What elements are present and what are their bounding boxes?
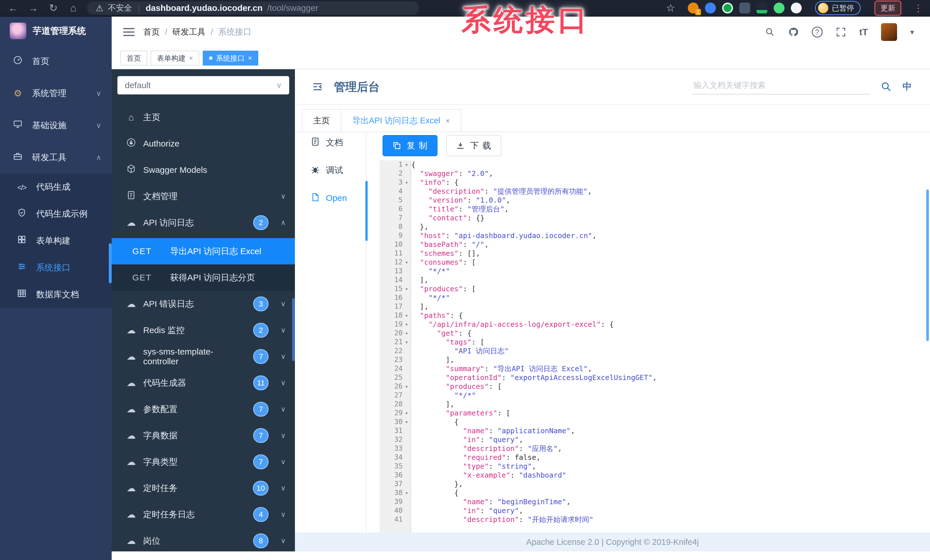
extension-icon[interactable] bbox=[705, 3, 716, 14]
sidebar-subitem-代码生成[interactable]: </>代码生成 bbox=[0, 173, 112, 200]
browser-menu-icon[interactable]: ⋮ bbox=[913, 2, 923, 14]
sidebar-subitem-代码生成示例[interactable]: 代码生成示例 bbox=[0, 200, 112, 227]
api-group-Redis 监控[interactable]: ☁Redis 监控2∨ bbox=[112, 317, 295, 344]
sidebar-scrollbar[interactable] bbox=[109, 243, 112, 283]
address-bar[interactable]: ⚠ 不安全 | dashboard.yudao.iocoder.cn /tool… bbox=[87, 2, 419, 15]
close-icon[interactable]: × bbox=[189, 54, 193, 62]
group-select[interactable]: default ∨ bbox=[117, 76, 289, 94]
api-group-API 错误日志[interactable]: ☁API 错误日志3∨ bbox=[112, 291, 295, 317]
avatar[interactable] bbox=[881, 23, 897, 41]
swagger-menu-API 访问日志[interactable]: ☁API 访问日志2∧ bbox=[112, 209, 295, 236]
doc-search-input[interactable] bbox=[692, 79, 870, 95]
swagger-sidebar: default ∨ ⌂主页AuthorizeSwagger Models文档管理… bbox=[112, 69, 295, 551]
extension-icon[interactable] bbox=[774, 3, 785, 14]
github-icon[interactable] bbox=[788, 27, 799, 37]
cloud-icon: ☁ bbox=[125, 298, 137, 309]
form-icon bbox=[16, 235, 28, 247]
bookmark-star-icon[interactable]: ☆ bbox=[666, 2, 675, 14]
gutter-line: 30▾ bbox=[380, 417, 411, 427]
line-number: 1 bbox=[399, 160, 403, 169]
extension-icon[interactable]: 1 bbox=[688, 3, 699, 14]
fold-icon[interactable]: ▾ bbox=[403, 409, 411, 417]
font-size-icon[interactable]: tT bbox=[859, 27, 868, 37]
tag-系统接口[interactable]: 系统接口× bbox=[203, 51, 258, 66]
back-icon[interactable]: ← bbox=[7, 3, 20, 13]
api-group-定时任务[interactable]: ☁定时任务10∨ bbox=[112, 475, 295, 501]
fold-icon[interactable]: ▾ bbox=[403, 382, 411, 391]
fullscreen-icon[interactable] bbox=[836, 27, 846, 37]
doc-menu-Open[interactable]: Open bbox=[295, 189, 366, 207]
api-group-参数配置[interactable]: ☁参数配置7∨ bbox=[112, 396, 295, 422]
sidebar-subitem-label: 系统接口 bbox=[36, 262, 71, 273]
sidebar-item-系统管理[interactable]: ⚙系统管理∨ bbox=[0, 77, 112, 109]
fold-icon[interactable]: ▾ bbox=[403, 338, 411, 347]
api-group-定时任务日志[interactable]: ☁定时任务日志4∨ bbox=[112, 501, 295, 528]
swagger-menu-文档管理[interactable]: 文档管理∨ bbox=[112, 183, 295, 209]
code-line: "*/*" bbox=[411, 267, 930, 276]
sidebar-item-研发工具[interactable]: 研发工具∧ bbox=[0, 141, 112, 173]
breadcrumb-item[interactable]: 研发工具 bbox=[172, 26, 206, 38]
fold-icon[interactable]: ▾ bbox=[403, 329, 411, 338]
fold-icon[interactable]: ▾ bbox=[403, 178, 411, 187]
api-group-岗位[interactable]: ☁岗位8∨ bbox=[112, 528, 295, 551]
app-logo-row[interactable]: 芋道管理系统 bbox=[0, 17, 112, 45]
help-icon[interactable]: ? bbox=[812, 27, 823, 37]
browser-update-button[interactable]: 更新 bbox=[875, 1, 901, 16]
doc-tabs: 主页导出API 访问日志 Excel× bbox=[295, 105, 930, 132]
api-group-代码生成器[interactable]: ☁代码生成器11∨ bbox=[112, 370, 295, 396]
swagger-menu-主页[interactable]: ⌂主页 bbox=[112, 104, 295, 130]
fold-icon[interactable]: ▾ bbox=[403, 284, 411, 293]
code-editor[interactable]: 1▾23▾456789101112▾131415▾161718▾19▾20▾21… bbox=[380, 160, 930, 532]
extension-icon[interactable] bbox=[739, 3, 750, 14]
tag-首页[interactable]: 首页 bbox=[120, 51, 147, 66]
tag-表单构建[interactable]: 表单构建× bbox=[151, 51, 199, 66]
swagger-menu-Authorize[interactable]: Authorize bbox=[112, 130, 295, 157]
collapse-sidebar-icon[interactable] bbox=[123, 28, 135, 36]
doc-tab-导出API 访问日志 Excel[interactable]: 导出API 访问日志 Excel× bbox=[341, 109, 461, 132]
api-group-字典数据[interactable]: ☁字典数据7∨ bbox=[112, 422, 295, 449]
sidebar-item-基础设施[interactable]: 基础设施∨ bbox=[0, 109, 112, 141]
api-group-sys-sms-template-controller[interactable]: ☁sys-sms-template-controller7∨ bbox=[112, 344, 295, 370]
close-icon[interactable]: × bbox=[445, 117, 450, 125]
forward-icon[interactable]: → bbox=[27, 3, 40, 13]
paused-extension-pill[interactable]: 已暂停 bbox=[815, 1, 861, 15]
search-icon[interactable] bbox=[765, 27, 775, 37]
fold-icon[interactable]: ▾ bbox=[403, 320, 411, 329]
cloud-icon: ☁ bbox=[125, 351, 137, 362]
gutter-line: 39 bbox=[380, 497, 411, 506]
doc-menu-调试[interactable]: 调试 bbox=[295, 161, 366, 180]
api-operation-导出API 访问日志 Excel[interactable]: GET导出API 访问日志 Excel bbox=[112, 238, 295, 264]
fold-icon[interactable]: ▾ bbox=[403, 417, 411, 427]
doc-menu-scrollbar[interactable] bbox=[365, 181, 368, 241]
close-icon[interactable]: × bbox=[248, 54, 252, 62]
download-button[interactable]: 下 载 bbox=[446, 135, 501, 156]
reload-icon[interactable]: ↻ bbox=[47, 3, 60, 13]
api-group-字典类型[interactable]: ☁字典类型7∨ bbox=[112, 449, 295, 475]
swagger-sidebar-scrollbar[interactable] bbox=[292, 298, 295, 361]
extension-icon[interactable] bbox=[722, 3, 733, 14]
swagger-menu-Swagger Models[interactable]: Swagger Models bbox=[112, 157, 295, 183]
language-icon[interactable]: 中 bbox=[902, 80, 912, 93]
sidebar-subitem-表单构建[interactable]: 表单构建 bbox=[0, 227, 112, 254]
sidebar-item-首页[interactable]: 首页 bbox=[0, 45, 112, 77]
doc-tab-主页[interactable]: 主页 bbox=[302, 109, 341, 132]
extension-icon[interactable] bbox=[756, 3, 767, 14]
api-operation-获得API 访问日志分页[interactable]: GET获得API 访问日志分页 bbox=[112, 264, 295, 291]
doc-menu-文档[interactable]: 文档 bbox=[295, 133, 366, 152]
code-line: "name": "beginBeginTime", bbox=[411, 497, 930, 506]
fold-icon[interactable]: ▾ bbox=[403, 258, 411, 267]
chevron-down-icon[interactable]: ▾ bbox=[910, 28, 914, 37]
code-line: "operationId": "exportApiAccessLogExcelU… bbox=[411, 373, 930, 382]
fold-icon[interactable]: ▾ bbox=[403, 160, 411, 169]
breadcrumb-item[interactable]: 首页 bbox=[143, 26, 160, 38]
content-scrollbar[interactable] bbox=[926, 189, 929, 341]
fold-icon[interactable]: ▾ bbox=[403, 488, 411, 497]
sidebar-subitem-系统接口[interactable]: 系统接口 bbox=[0, 254, 112, 281]
doc-search-icon[interactable] bbox=[881, 81, 892, 92]
copy-button[interactable]: 复 制 bbox=[383, 135, 437, 156]
collapse-doc-sidebar-icon[interactable] bbox=[311, 81, 323, 93]
home-icon[interactable]: ⌂ bbox=[67, 3, 80, 13]
extension-icon[interactable] bbox=[791, 3, 802, 14]
sidebar-subitem-数据库文档[interactable]: 数据库文档 bbox=[0, 281, 112, 308]
fold-icon[interactable]: ▾ bbox=[403, 311, 411, 320]
